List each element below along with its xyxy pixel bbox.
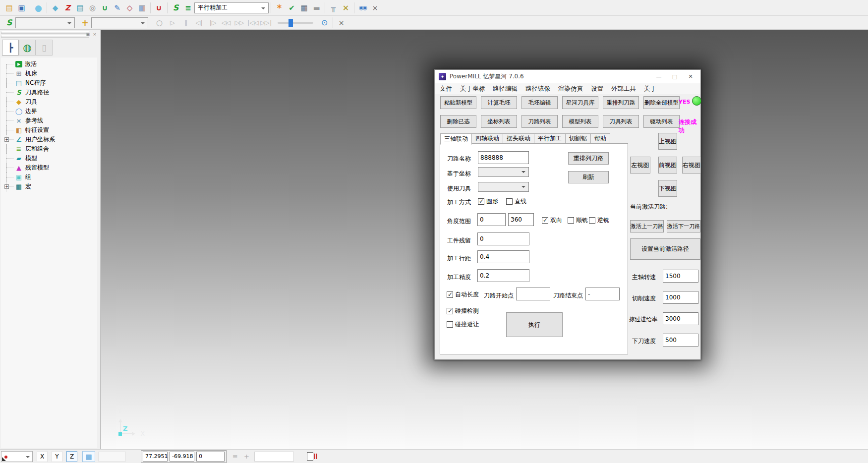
workplane-select[interactable] [1, 451, 33, 462]
tab-4axis[interactable]: 四轴联动 [472, 133, 503, 144]
toolbar-close-icon[interactable]: × [369, 2, 381, 14]
pattern-icon[interactable]: ✎ [111, 2, 123, 14]
circle-checkbox[interactable] [478, 198, 484, 205]
rewind-button[interactable]: ◁◁ [219, 17, 232, 29]
refresh-button[interactable]: 刷新 [568, 171, 609, 183]
step-back-button[interactable]: ◁∣ [192, 17, 206, 29]
pause-button[interactable]: ∥ [179, 17, 192, 29]
plunge-speed-input[interactable] [663, 334, 698, 347]
menu-render-sim[interactable]: 渲染仿真 [554, 85, 587, 93]
based-coord-select[interactable] [478, 167, 529, 177]
tree-item-models[interactable]: ▰模型 [4, 154, 97, 163]
tree-item-stock-models[interactable]: ▲残留模型 [4, 163, 97, 173]
tree-item-workplanes[interactable]: +∠用户坐标系 [4, 135, 97, 144]
light-icon[interactable]: ○ [153, 17, 166, 29]
tree-item-groups[interactable]: ▣组 [4, 173, 97, 182]
shaded-view-icon[interactable]: ● [32, 2, 45, 14]
grid-size-field[interactable] [98, 452, 126, 462]
tolerance-input[interactable] [477, 269, 529, 282]
expand-icon[interactable]: + [4, 184, 9, 189]
menu-about[interactable]: 关于 [640, 85, 660, 93]
close-button[interactable]: ✕ [683, 70, 698, 83]
tree-item-boundaries[interactable]: ◯边界 [4, 107, 97, 116]
toolpath-list-button[interactable]: 刀路列表 [521, 115, 558, 128]
drive-list-button[interactable]: 驱动列表 [643, 115, 680, 128]
tool-library-button[interactable]: 星河刀具库 [562, 96, 598, 109]
execute-button[interactable]: 执行 [506, 312, 563, 337]
auto-length-checkbox[interactable] [447, 291, 453, 298]
tree-item-activate[interactable]: ▶激活 [4, 59, 97, 69]
sim-tool-select[interactable] [91, 17, 148, 28]
menu-external-tools[interactable]: 外部工具 [607, 85, 640, 93]
clipboard-icon[interactable] [307, 452, 313, 461]
view-bottom-button[interactable]: 下视图 [658, 180, 677, 197]
start-point-input[interactable] [516, 288, 550, 300]
go-start-button[interactable]: ∣◁◁ [246, 17, 259, 29]
feeds-speeds-icon[interactable]: ∪ [153, 2, 165, 14]
minimize-button[interactable]: — [651, 70, 667, 83]
fast-forward-button[interactable]: ▷▷ [232, 17, 246, 29]
ruler-icon[interactable]: ▬ [310, 2, 323, 14]
toolpath-list-icon[interactable]: ≡ [182, 2, 194, 14]
view-top-button[interactable]: 上视图 [658, 133, 677, 150]
view-left-button[interactable]: 左视图 [630, 157, 650, 174]
conventional-checkbox[interactable] [589, 217, 595, 224]
use-tool-select[interactable] [478, 182, 529, 192]
tab-3axis[interactable]: 三轴联动 [440, 133, 472, 145]
explorer-tab-tree[interactable]: ┣ [2, 40, 19, 56]
step-forward-button[interactable]: ∣▷ [206, 17, 219, 29]
toolpath-icon[interactable]: S [3, 17, 15, 29]
panel-grip[interactable] [1, 35, 89, 38]
view-right-button[interactable]: 右视图 [682, 157, 701, 174]
menu-path-edit[interactable]: 路径编辑 [489, 85, 521, 93]
menu-path-mirror[interactable]: 路径镜像 [521, 85, 554, 93]
tools-icon[interactable]: + [79, 17, 91, 29]
tree-item-macros[interactable]: +▦宏 [4, 182, 97, 191]
block-icon[interactable]: ◆ [49, 2, 61, 14]
tolerance-field[interactable] [254, 452, 294, 462]
paste-model-button[interactable]: 粘贴新模型 [440, 96, 476, 109]
model-list-button[interactable]: 模型列表 [562, 115, 598, 128]
tree-item-levels-sets[interactable]: ≡层和组合 [4, 144, 97, 154]
leads-links-icon[interactable]: ∪ [99, 2, 111, 14]
tree-item-patterns[interactable]: ×参考线 [4, 116, 97, 125]
coordinate-list-icon[interactable]: ≡ [232, 453, 238, 460]
panel-close-icon[interactable]: × [91, 31, 98, 37]
tree-item-nc-program[interactable]: ▤NC程序 [4, 78, 97, 88]
tool-change-icon[interactable]: ▥ [136, 2, 148, 14]
tree-item-tools[interactable]: ◆刀具 [4, 97, 97, 107]
open-file-icon[interactable]: ▤ [3, 2, 15, 14]
climb-checkbox[interactable] [568, 217, 574, 224]
transform-icon[interactable]: × [340, 2, 352, 14]
delete-selected-button[interactable]: 删除已选 [440, 115, 476, 128]
simulate-check-icon[interactable]: ✔ [286, 2, 298, 14]
rearrange-button[interactable]: 重排列刀路 [568, 152, 609, 165]
compare-icon[interactable]: ◉◉ [356, 2, 369, 14]
rearrange-toolpath-button[interactable]: 重排列刀路 [603, 96, 639, 109]
collision-check-checkbox[interactable] [447, 308, 453, 314]
points-icon[interactable]: ◇ [123, 2, 136, 14]
nc-program-icon[interactable]: ▤ [74, 2, 86, 14]
collision-avoid-checkbox[interactable] [447, 321, 453, 328]
coord-list-button[interactable]: 坐标列表 [481, 115, 517, 128]
axis-y-button[interactable]: Y [52, 451, 62, 462]
tree-item-machine[interactable]: ⊞机床 [4, 69, 97, 78]
activate-next-button[interactable]: 激活下一刀路 [667, 220, 700, 232]
panel-grip[interactable] [1, 31, 89, 34]
stock-input[interactable] [477, 232, 529, 245]
save-icon[interactable]: ▣ [15, 2, 28, 14]
delete-all-models-button[interactable]: 删除全部模型 [643, 96, 680, 109]
sim-close-icon[interactable]: × [335, 17, 347, 29]
active-toolpath-select[interactable]: 平行精加工 [194, 2, 269, 13]
menu-about-coords[interactable]: 关于坐标 [456, 85, 489, 93]
toolpath-icon[interactable]: S [170, 2, 182, 14]
slider-handle[interactable] [289, 19, 293, 27]
panel-float-icon[interactable]: ▣ [84, 31, 91, 37]
set-active-path-button[interactable]: 设置当前激活路径 [630, 238, 700, 260]
axis-x-button[interactable]: X [37, 451, 48, 462]
menu-file[interactable]: 文件 [436, 85, 456, 93]
play-button[interactable]: ▷ [166, 17, 179, 29]
calculator-icon[interactable]: ▦ [298, 2, 310, 14]
block-compute-icon[interactable]: * [273, 2, 286, 14]
tool-pair-icon[interactable]: ╥ [327, 2, 340, 14]
